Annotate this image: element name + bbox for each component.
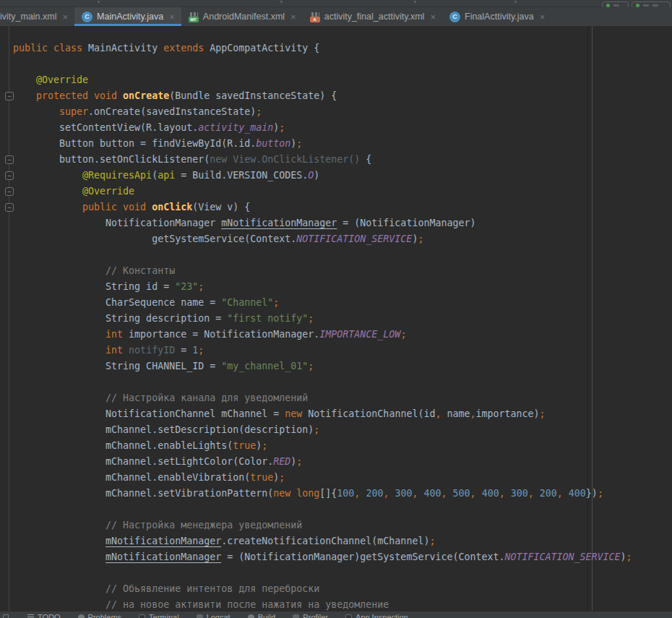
code-line[interactable]: // Константы bbox=[13, 263, 672, 279]
fold-collapse-icon[interactable]: − bbox=[5, 203, 14, 212]
code-line[interactable]: public void onClick(View v) { bbox=[13, 199, 672, 215]
code-line[interactable]: int importance = NotificationManager.IMP… bbox=[13, 327, 672, 343]
close-icon[interactable]: × bbox=[63, 12, 69, 22]
code-line[interactable]: String CHANNEL_ID = "my_channel_01"; bbox=[13, 359, 672, 374]
tab-FinalActtivity.java[interactable]: CFinalActtivity.java× bbox=[442, 7, 551, 26]
code-line[interactable]: // Настройка менеджера уведомлений bbox=[13, 518, 672, 533]
fold-collapse-icon[interactable]: − bbox=[5, 92, 14, 100]
toolwindow-button-Terminal[interactable]: Terminal bbox=[139, 613, 179, 618]
code-line[interactable]: Button button = findViewById(R.id.button… bbox=[13, 136, 672, 152]
code-line[interactable]: mNotificationManager.createNotificationC… bbox=[13, 533, 672, 549]
java-class-icon: C bbox=[449, 12, 460, 22]
toolwindow-button-TODO[interactable]: TODO bbox=[27, 613, 61, 618]
code-line[interactable]: public class MainActivity extends AppCom… bbox=[13, 40, 672, 56]
main-toolbar bbox=[0, 0, 672, 7]
code-line[interactable]: mChannel.enableVibration(true); bbox=[13, 470, 672, 486]
code-lines: public class MainActivity extends AppCom… bbox=[13, 40, 672, 611]
tab-label: MainActivity.java bbox=[97, 12, 163, 22]
android-file-icon-orange: A bbox=[310, 12, 320, 22]
tab-activity_final_acttivity.xml[interactable]: Aactivity_final_acttivity.xml× bbox=[303, 7, 442, 26]
fold-collapse-icon[interactable]: − bbox=[5, 187, 14, 196]
code-line[interactable]: @Override bbox=[13, 184, 672, 199]
close-icon[interactable]: × bbox=[290, 12, 296, 22]
toolwindow-button-label: Build bbox=[258, 613, 275, 618]
widget-dash-icon bbox=[613, 4, 619, 7]
code-line[interactable]: protected void onCreate(Bundle savedInst… bbox=[13, 88, 672, 104]
todo-icon bbox=[27, 614, 34, 618]
toolwindow-button-label: Terminal bbox=[149, 613, 179, 618]
code-line[interactable]: String id = "23"; bbox=[13, 279, 672, 295]
code-line[interactable]: int notifyID = 1; bbox=[13, 343, 672, 359]
code-line[interactable]: NotificationChannel mChannel = new Notif… bbox=[13, 406, 672, 422]
code-editor[interactable]: −−−−− public class MainActivity extends … bbox=[0, 26, 672, 611]
editor-tab-bar: ivity_main.xml×CMainActivity.java×MFAndr… bbox=[0, 7, 672, 26]
code-line[interactable] bbox=[13, 565, 672, 581]
terminal-icon bbox=[139, 614, 145, 618]
widget-dash-icon bbox=[652, 4, 658, 7]
gutter-separator bbox=[9, 26, 9, 611]
tab-label: activity_final_acttivity.xml bbox=[324, 12, 425, 22]
code-line[interactable]: mChannel.enableLights(true); bbox=[13, 438, 672, 454]
code-line[interactable]: // Обьявление интентов для переброски bbox=[13, 581, 672, 597]
problems-icon bbox=[78, 614, 85, 618]
code-line[interactable] bbox=[13, 56, 672, 72]
profiler-icon bbox=[293, 614, 299, 618]
close-icon[interactable]: × bbox=[540, 12, 546, 22]
code-line[interactable] bbox=[13, 374, 672, 390]
code-line[interactable]: setContentView(R.layout.activity_main); bbox=[13, 120, 672, 136]
toolwindow-button-label: Profiler bbox=[303, 613, 328, 618]
toolwindow-button-Problems[interactable]: Problems bbox=[78, 613, 121, 618]
code-line[interactable]: super.onCreate(savedInstanceState); bbox=[13, 104, 672, 120]
code-line[interactable]: CharSequence name = "Channel"; bbox=[13, 295, 672, 311]
logcat-icon bbox=[197, 614, 203, 618]
fold-collapse-icon[interactable]: − bbox=[5, 171, 14, 180]
code-line[interactable]: mNotificationManager = (NotificationMana… bbox=[13, 549, 672, 565]
toolwindow-button-Build[interactable]: Build bbox=[248, 613, 275, 618]
code-line[interactable]: mChannel.setVibrationPattern(new long[]{… bbox=[13, 486, 672, 502]
toolwindow-switcher-icon[interactable] bbox=[3, 614, 9, 618]
status-bar: TODOProblemsTerminalLogcatBuildProfilerA… bbox=[0, 611, 672, 618]
fold-collapse-icon[interactable]: − bbox=[5, 155, 14, 164]
toolbar-tick-icon bbox=[514, 1, 517, 3]
code-line[interactable]: @RequiresApi(api = Build.VERSION_CODES.O… bbox=[13, 168, 672, 184]
code-line[interactable]: String description = "first notify"; bbox=[13, 311, 672, 327]
toolwindow-button-label: TODO bbox=[38, 613, 61, 618]
code-line[interactable]: // Настройка канала для уведомлений bbox=[13, 390, 672, 406]
tab-MainActivity.java[interactable]: CMainActivity.java× bbox=[74, 7, 181, 26]
close-icon[interactable]: × bbox=[169, 12, 175, 22]
tab-label: FinalActtivity.java bbox=[465, 12, 534, 22]
code-line[interactable]: mChannel.setDescription(description); bbox=[13, 422, 672, 438]
toolwindow-button-label: Logcat bbox=[207, 613, 231, 618]
code-line[interactable]: @Override bbox=[13, 72, 672, 88]
toolbar-tick-icon bbox=[414, 1, 416, 3]
tab-label: AndroidManifest.xml bbox=[203, 12, 285, 22]
code-line[interactable]: getSystemService(Context.NOTIFICATION_SE… bbox=[13, 231, 672, 247]
tab-ivity_main.xml[interactable]: ivity_main.xml× bbox=[0, 7, 74, 26]
toolwindow-button-label: Problems bbox=[88, 613, 121, 618]
code-line[interactable]: NotificationManager mNotificationManager… bbox=[13, 215, 672, 231]
code-line[interactable] bbox=[13, 502, 672, 518]
toolbar-tick-icon bbox=[280, 1, 283, 3]
tab-label: ivity_main.xml bbox=[0, 12, 57, 22]
build-icon bbox=[248, 614, 254, 618]
widget-dash-icon bbox=[643, 4, 649, 7]
close-icon[interactable]: × bbox=[430, 12, 436, 22]
java-class-icon: C bbox=[82, 12, 92, 22]
manifest-file-icon: MF bbox=[189, 12, 199, 22]
code-line[interactable] bbox=[13, 247, 672, 263]
code-line[interactable]: mChannel.setLightColor(Color.RED); bbox=[13, 454, 672, 470]
tab-AndroidManifest.xml[interactable]: MFAndroidManifest.xml× bbox=[181, 7, 303, 26]
toolwindow-button-Profiler[interactable]: Profiler bbox=[293, 613, 328, 618]
toolwindow-button-label: App Inspection bbox=[356, 613, 408, 618]
app-inspection-icon bbox=[345, 614, 352, 618]
toolbar-tick-icon bbox=[98, 1, 100, 3]
toolwindow-button-Logcat[interactable]: Logcat bbox=[197, 613, 231, 618]
code-line[interactable]: // на новое активити после нажатия на ув… bbox=[13, 597, 672, 611]
toolwindow-button-App Inspection[interactable]: App Inspection bbox=[345, 613, 408, 618]
code-line[interactable]: button.setOnClickListener(new View.OnCli… bbox=[13, 152, 672, 168]
